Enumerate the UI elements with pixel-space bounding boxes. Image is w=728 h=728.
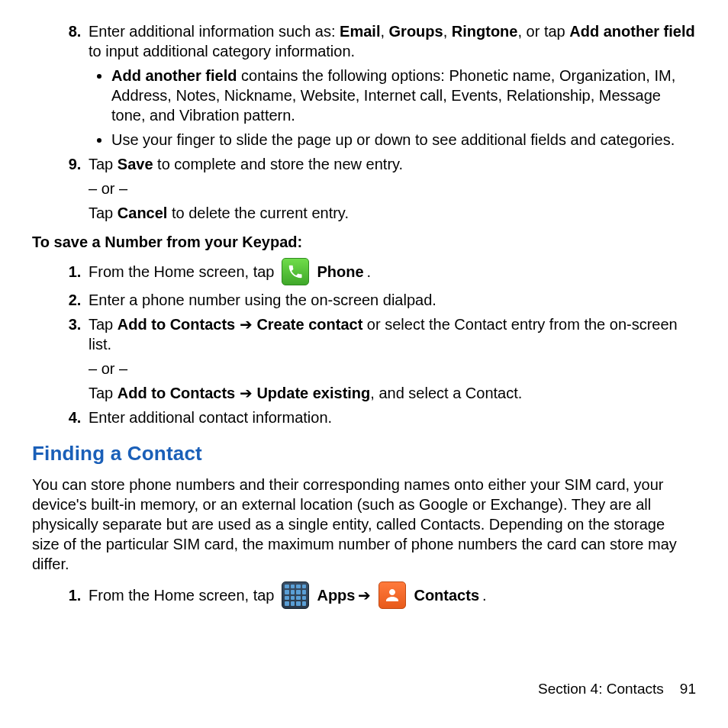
step-9: Tap Save to complete and store the new e… <box>85 154 696 223</box>
ordered-list-main: Enter additional information such as: Em… <box>32 21 696 223</box>
arrow: ➔ <box>358 585 371 605</box>
alt-line: Tap Add to Contacts ➔ Update existing, a… <box>89 383 696 403</box>
footer-page-number: 91 <box>680 681 696 697</box>
text: , <box>443 23 452 40</box>
text: Enter additional contact information. <box>89 409 332 426</box>
paragraph-finding: You can store phone numbers and their co… <box>32 475 696 574</box>
text: Enter additional information such as: <box>89 23 340 40</box>
text: Tap <box>89 385 118 401</box>
text: Tap <box>89 205 118 221</box>
text: Tap <box>89 316 118 333</box>
sublist: Add another field contains the following… <box>89 66 696 150</box>
text: . <box>482 585 487 605</box>
arrow: ➔ <box>235 316 256 333</box>
footer-section: Section 4: Contacts <box>538 681 664 697</box>
subheading-keypad: To save a Number from your Keypad: <box>32 232 696 252</box>
or-divider: – or – <box>89 179 696 198</box>
document-page: Enter additional information such as: Em… <box>0 0 728 609</box>
text: to input additional category information… <box>89 43 355 60</box>
text: to complete and store the new entry. <box>153 156 404 172</box>
apps-icon <box>282 581 309 609</box>
text: Enter a phone number using the on-screen… <box>89 292 436 308</box>
arrow: ➔ <box>235 385 256 401</box>
bold-add-contacts-2: Add to Contacts <box>118 385 235 401</box>
text: . <box>367 262 372 282</box>
text: From the Home screen, tap <box>89 262 274 282</box>
bold-save: Save <box>118 156 153 172</box>
step-8: Enter additional information such as: Em… <box>85 21 696 150</box>
bold-phone: Phone <box>317 262 363 282</box>
bold: Add another field <box>111 67 237 84</box>
bold-apps: Apps <box>317 585 355 605</box>
or-divider: – or – <box>89 359 696 378</box>
ordered-list-finding: From the Home screen, tap Apps ➔ Contact… <box>32 581 696 609</box>
bold-groups: Groups <box>389 23 443 40</box>
text: to delete the current entry. <box>167 205 349 221</box>
bold-add-contacts: Add to Contacts <box>118 316 235 333</box>
keypad-step-1: From the Home screen, tap Phone. <box>85 258 696 285</box>
text: , and select a Contact. <box>370 385 522 401</box>
bold-create-contact: Create contact <box>256 316 362 333</box>
bold-email: Email <box>340 23 380 40</box>
phone-icon <box>282 258 309 285</box>
text: From the Home screen, tap <box>89 585 274 605</box>
ordered-list-keypad: From the Home screen, tap Phone. Enter a… <box>32 258 696 427</box>
bold-contacts: Contacts <box>414 585 479 605</box>
text: Use your finger to slide the page up or … <box>111 131 675 148</box>
text: , <box>380 23 388 40</box>
bold-add-field: Add another field <box>569 23 694 40</box>
text: , or tap <box>517 23 569 40</box>
alt-line: Tap Cancel to delete the current entry. <box>89 203 696 223</box>
contacts-icon <box>378 581 406 609</box>
keypad-step-2: Enter a phone number using the on-screen… <box>85 290 696 310</box>
keypad-step-4: Enter additional contact information. <box>85 407 696 427</box>
heading-finding-contact: Finding a Contact <box>32 441 696 467</box>
page-footer: Section 4: Contacts 91 <box>538 680 696 699</box>
sub-item-2: Use your finger to slide the page up or … <box>111 130 696 150</box>
text: Tap <box>89 156 118 172</box>
bold-cancel: Cancel <box>118 205 168 221</box>
finding-step-1: From the Home screen, tap Apps ➔ Contact… <box>85 581 696 609</box>
sub-item-1: Add another field contains the following… <box>111 66 696 125</box>
bold-update-existing: Update existing <box>256 385 370 401</box>
keypad-step-3: Tap Add to Contacts ➔ Create contact or … <box>85 314 696 403</box>
bold-ringtone: Ringtone <box>452 23 518 40</box>
